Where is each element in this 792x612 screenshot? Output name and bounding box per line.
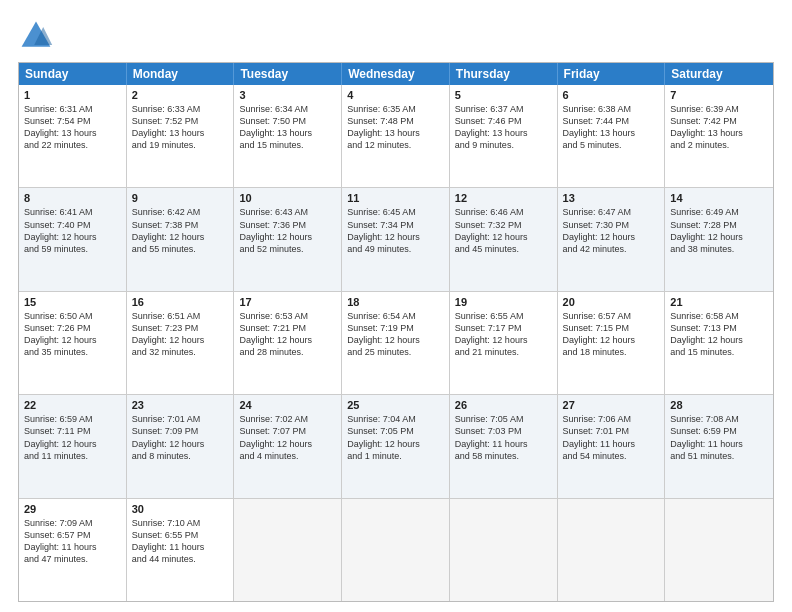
day-info: Sunrise: 6:46 AM Sunset: 7:32 PM Dayligh… (455, 206, 552, 255)
header-tuesday: Tuesday (234, 63, 342, 85)
calendar-header: Sunday Monday Tuesday Wednesday Thursday… (19, 63, 773, 85)
day-info: Sunrise: 7:01 AM Sunset: 7:09 PM Dayligh… (132, 413, 229, 462)
day-number: 1 (24, 89, 121, 101)
header-saturday: Saturday (665, 63, 773, 85)
day-info: Sunrise: 6:39 AM Sunset: 7:42 PM Dayligh… (670, 103, 768, 152)
day-info: Sunrise: 6:47 AM Sunset: 7:30 PM Dayligh… (563, 206, 660, 255)
table-row: 11Sunrise: 6:45 AM Sunset: 7:34 PM Dayli… (342, 188, 450, 290)
logo (18, 18, 58, 54)
table-row: 13Sunrise: 6:47 AM Sunset: 7:30 PM Dayli… (558, 188, 666, 290)
calendar: Sunday Monday Tuesday Wednesday Thursday… (18, 62, 774, 602)
day-info: Sunrise: 6:59 AM Sunset: 7:11 PM Dayligh… (24, 413, 121, 462)
table-row: 14Sunrise: 6:49 AM Sunset: 7:28 PM Dayli… (665, 188, 773, 290)
day-number: 13 (563, 192, 660, 204)
day-number: 23 (132, 399, 229, 411)
day-info: Sunrise: 6:43 AM Sunset: 7:36 PM Dayligh… (239, 206, 336, 255)
page: Sunday Monday Tuesday Wednesday Thursday… (0, 0, 792, 612)
table-row: 12Sunrise: 6:46 AM Sunset: 7:32 PM Dayli… (450, 188, 558, 290)
day-info: Sunrise: 6:45 AM Sunset: 7:34 PM Dayligh… (347, 206, 444, 255)
day-info: Sunrise: 6:49 AM Sunset: 7:28 PM Dayligh… (670, 206, 768, 255)
table-row (558, 499, 666, 601)
day-number: 26 (455, 399, 552, 411)
day-info: Sunrise: 6:50 AM Sunset: 7:26 PM Dayligh… (24, 310, 121, 359)
table-row (450, 499, 558, 601)
calendar-week-3: 15Sunrise: 6:50 AM Sunset: 7:26 PM Dayli… (19, 292, 773, 395)
day-info: Sunrise: 7:02 AM Sunset: 7:07 PM Dayligh… (239, 413, 336, 462)
day-info: Sunrise: 6:55 AM Sunset: 7:17 PM Dayligh… (455, 310, 552, 359)
table-row: 27Sunrise: 7:06 AM Sunset: 7:01 PM Dayli… (558, 395, 666, 497)
table-row: 1Sunrise: 6:31 AM Sunset: 7:54 PM Daylig… (19, 85, 127, 187)
table-row (665, 499, 773, 601)
table-row: 6Sunrise: 6:38 AM Sunset: 7:44 PM Daylig… (558, 85, 666, 187)
table-row: 23Sunrise: 7:01 AM Sunset: 7:09 PM Dayli… (127, 395, 235, 497)
day-number: 4 (347, 89, 444, 101)
calendar-week-1: 1Sunrise: 6:31 AM Sunset: 7:54 PM Daylig… (19, 85, 773, 188)
day-number: 2 (132, 89, 229, 101)
day-info: Sunrise: 7:04 AM Sunset: 7:05 PM Dayligh… (347, 413, 444, 462)
header-sunday: Sunday (19, 63, 127, 85)
header-thursday: Thursday (450, 63, 558, 85)
table-row: 4Sunrise: 6:35 AM Sunset: 7:48 PM Daylig… (342, 85, 450, 187)
day-number: 12 (455, 192, 552, 204)
header-monday: Monday (127, 63, 235, 85)
day-info: Sunrise: 6:54 AM Sunset: 7:19 PM Dayligh… (347, 310, 444, 359)
table-row (234, 499, 342, 601)
table-row: 2Sunrise: 6:33 AM Sunset: 7:52 PM Daylig… (127, 85, 235, 187)
day-info: Sunrise: 6:38 AM Sunset: 7:44 PM Dayligh… (563, 103, 660, 152)
day-number: 25 (347, 399, 444, 411)
day-number: 14 (670, 192, 768, 204)
header-wednesday: Wednesday (342, 63, 450, 85)
day-info: Sunrise: 6:51 AM Sunset: 7:23 PM Dayligh… (132, 310, 229, 359)
table-row: 21Sunrise: 6:58 AM Sunset: 7:13 PM Dayli… (665, 292, 773, 394)
calendar-week-5: 29Sunrise: 7:09 AM Sunset: 6:57 PM Dayli… (19, 499, 773, 601)
day-number: 21 (670, 296, 768, 308)
day-number: 7 (670, 89, 768, 101)
day-info: Sunrise: 7:06 AM Sunset: 7:01 PM Dayligh… (563, 413, 660, 462)
day-number: 30 (132, 503, 229, 515)
day-info: Sunrise: 6:34 AM Sunset: 7:50 PM Dayligh… (239, 103, 336, 152)
day-info: Sunrise: 7:08 AM Sunset: 6:59 PM Dayligh… (670, 413, 768, 462)
table-row: 22Sunrise: 6:59 AM Sunset: 7:11 PM Dayli… (19, 395, 127, 497)
day-number: 8 (24, 192, 121, 204)
day-info: Sunrise: 7:09 AM Sunset: 6:57 PM Dayligh… (24, 517, 121, 566)
day-info: Sunrise: 6:58 AM Sunset: 7:13 PM Dayligh… (670, 310, 768, 359)
day-info: Sunrise: 6:35 AM Sunset: 7:48 PM Dayligh… (347, 103, 444, 152)
table-row: 9Sunrise: 6:42 AM Sunset: 7:38 PM Daylig… (127, 188, 235, 290)
day-number: 3 (239, 89, 336, 101)
table-row: 8Sunrise: 6:41 AM Sunset: 7:40 PM Daylig… (19, 188, 127, 290)
header-friday: Friday (558, 63, 666, 85)
day-info: Sunrise: 6:42 AM Sunset: 7:38 PM Dayligh… (132, 206, 229, 255)
day-info: Sunrise: 7:10 AM Sunset: 6:55 PM Dayligh… (132, 517, 229, 566)
day-number: 9 (132, 192, 229, 204)
day-number: 20 (563, 296, 660, 308)
day-number: 22 (24, 399, 121, 411)
calendar-body: 1Sunrise: 6:31 AM Sunset: 7:54 PM Daylig… (19, 85, 773, 601)
day-info: Sunrise: 6:31 AM Sunset: 7:54 PM Dayligh… (24, 103, 121, 152)
table-row: 10Sunrise: 6:43 AM Sunset: 7:36 PM Dayli… (234, 188, 342, 290)
table-row: 19Sunrise: 6:55 AM Sunset: 7:17 PM Dayli… (450, 292, 558, 394)
day-number: 27 (563, 399, 660, 411)
table-row: 5Sunrise: 6:37 AM Sunset: 7:46 PM Daylig… (450, 85, 558, 187)
day-info: Sunrise: 6:41 AM Sunset: 7:40 PM Dayligh… (24, 206, 121, 255)
day-number: 29 (24, 503, 121, 515)
day-number: 24 (239, 399, 336, 411)
day-number: 10 (239, 192, 336, 204)
table-row: 3Sunrise: 6:34 AM Sunset: 7:50 PM Daylig… (234, 85, 342, 187)
table-row: 26Sunrise: 7:05 AM Sunset: 7:03 PM Dayli… (450, 395, 558, 497)
day-info: Sunrise: 6:33 AM Sunset: 7:52 PM Dayligh… (132, 103, 229, 152)
calendar-week-2: 8Sunrise: 6:41 AM Sunset: 7:40 PM Daylig… (19, 188, 773, 291)
table-row: 18Sunrise: 6:54 AM Sunset: 7:19 PM Dayli… (342, 292, 450, 394)
day-number: 28 (670, 399, 768, 411)
table-row: 17Sunrise: 6:53 AM Sunset: 7:21 PM Dayli… (234, 292, 342, 394)
day-number: 19 (455, 296, 552, 308)
header (18, 18, 774, 54)
day-number: 15 (24, 296, 121, 308)
day-number: 17 (239, 296, 336, 308)
table-row: 30Sunrise: 7:10 AM Sunset: 6:55 PM Dayli… (127, 499, 235, 601)
day-info: Sunrise: 7:05 AM Sunset: 7:03 PM Dayligh… (455, 413, 552, 462)
calendar-week-4: 22Sunrise: 6:59 AM Sunset: 7:11 PM Dayli… (19, 395, 773, 498)
table-row: 7Sunrise: 6:39 AM Sunset: 7:42 PM Daylig… (665, 85, 773, 187)
day-number: 16 (132, 296, 229, 308)
table-row: 20Sunrise: 6:57 AM Sunset: 7:15 PM Dayli… (558, 292, 666, 394)
day-number: 18 (347, 296, 444, 308)
